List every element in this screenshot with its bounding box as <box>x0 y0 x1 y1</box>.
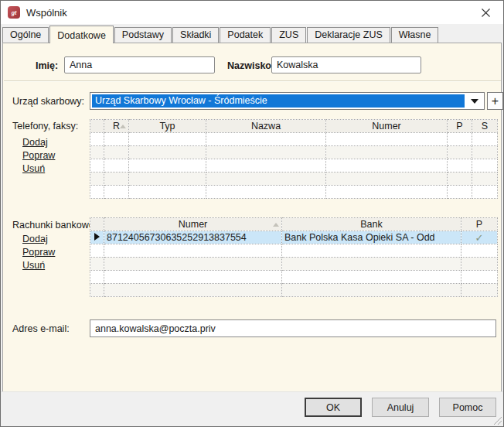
phones-col-nazwa[interactable]: Nazwa <box>206 120 326 133</box>
last-name-field[interactable] <box>271 56 421 73</box>
separator <box>4 80 501 82</box>
tax-office-dropdown-button[interactable] <box>465 93 484 109</box>
checkmark-icon: ✓ <box>475 232 484 244</box>
table-row[interactable] <box>90 159 498 173</box>
tab-dodatkowe[interactable]: Dodatkowe <box>49 26 114 43</box>
bank-section-label: Rachunki bankowe: <box>12 220 97 231</box>
table-row[interactable] <box>90 244 498 258</box>
chevron-down-icon <box>471 99 478 104</box>
selected-row-arrow-icon <box>94 233 100 241</box>
phones-col-r[interactable]: R <box>104 120 129 133</box>
phones-col-numer[interactable]: Numer <box>326 120 448 133</box>
email-field[interactable] <box>90 319 496 337</box>
bank-account-number: 87124056730635252913837554 <box>104 231 282 244</box>
phones-header-row: R Typ Nazwa Numer P S <box>90 120 498 133</box>
close-button[interactable] <box>468 1 503 24</box>
title-bar: gt Wspólnik <box>1 1 503 24</box>
first-name-field[interactable] <box>64 56 215 73</box>
table-row[interactable] <box>90 258 498 271</box>
phones-col-rowmark[interactable] <box>90 120 104 133</box>
table-row[interactable] <box>90 271 498 284</box>
bank-header-row: Numer Bank P <box>90 218 498 231</box>
phones-section-label: Telefony, faksy: <box>12 121 78 132</box>
phones-col-typ[interactable]: Typ <box>129 120 206 133</box>
dialog-footer: OK Anuluj Pomoc <box>1 391 503 426</box>
cancel-button[interactable]: Anuluj <box>372 398 429 417</box>
add-tax-office-button[interactable]: + <box>487 92 503 110</box>
phones-add-link[interactable]: Dodaj <box>22 137 48 148</box>
table-row[interactable] <box>90 284 498 297</box>
tab-podstawy[interactable]: Podstawy <box>114 27 172 43</box>
bank-col-bank[interactable]: Bank <box>282 218 461 231</box>
last-name-label: Nazwisko: <box>227 60 274 71</box>
bank-col-rowmark[interactable] <box>90 218 104 231</box>
table-row[interactable] <box>90 173 498 186</box>
tax-office-selected-value: Urząd Skarbowy Wrocław - Śródmieście <box>92 94 465 108</box>
first-name-label: Imię: <box>36 60 58 71</box>
tab-bar: Ogólne Dodatkowe Podstawy Składki Podate… <box>1 24 503 43</box>
phones-delete-link[interactable]: Usuń <box>22 163 45 174</box>
tax-office-combobox[interactable]: Urząd Skarbowy Wrocław - Śródmieście <box>90 92 485 110</box>
bank-account-bank-name: Bank Polska Kasa Opieki SA - Odd <box>282 231 461 244</box>
tab-ogolne[interactable]: Ogólne <box>2 27 49 43</box>
tab-zus[interactable]: ZUS <box>271 27 306 43</box>
bank-accounts-table: Numer Bank P 87124056730635252913837554 … <box>90 217 498 297</box>
bank-edit-link[interactable]: Popraw <box>22 247 55 258</box>
bank-col-p[interactable]: P <box>461 218 498 231</box>
phones-edit-link[interactable]: Popraw <box>22 150 55 161</box>
sort-asc-icon <box>120 125 126 128</box>
email-label: Adres e-mail: <box>12 323 70 334</box>
tax-office-label: Urząd skarbowy: <box>12 96 84 107</box>
bank-account-row-selected[interactable]: 87124056730635252913837554 Bank Polska K… <box>90 231 498 244</box>
phones-col-p[interactable]: P <box>448 120 472 133</box>
table-row[interactable] <box>90 133 498 146</box>
bank-add-link[interactable]: Dodaj <box>22 234 48 244</box>
bank-col-numer[interactable]: Numer <box>104 218 282 231</box>
table-row[interactable] <box>90 146 498 159</box>
table-row[interactable] <box>90 186 498 199</box>
app-icon: gt <box>8 6 20 19</box>
help-button[interactable]: Pomoc <box>439 398 496 417</box>
tab-deklaracje-zus[interactable]: Deklaracje ZUS <box>307 27 390 43</box>
phones-table: R Typ Nazwa Numer P S <box>90 119 498 199</box>
email-field-wrap <box>90 319 496 337</box>
sort-asc-icon <box>273 223 279 227</box>
resize-grip[interactable] <box>492 415 502 425</box>
ok-button[interactable]: OK <box>305 398 362 417</box>
bank-delete-link[interactable]: Usuń <box>22 260 45 271</box>
tab-wlasne[interactable]: Własne <box>391 27 439 43</box>
phones-col-s[interactable]: S <box>472 120 498 133</box>
tab-skladki[interactable]: Składki <box>172 27 219 43</box>
tab-podatek[interactable]: Podatek <box>220 27 271 43</box>
dialog-wspolnik: gt Wspólnik Ogólne Dodatkowe Podstawy Sk… <box>0 0 504 427</box>
close-icon <box>482 9 490 17</box>
window-title: Wspólnik <box>26 7 67 19</box>
